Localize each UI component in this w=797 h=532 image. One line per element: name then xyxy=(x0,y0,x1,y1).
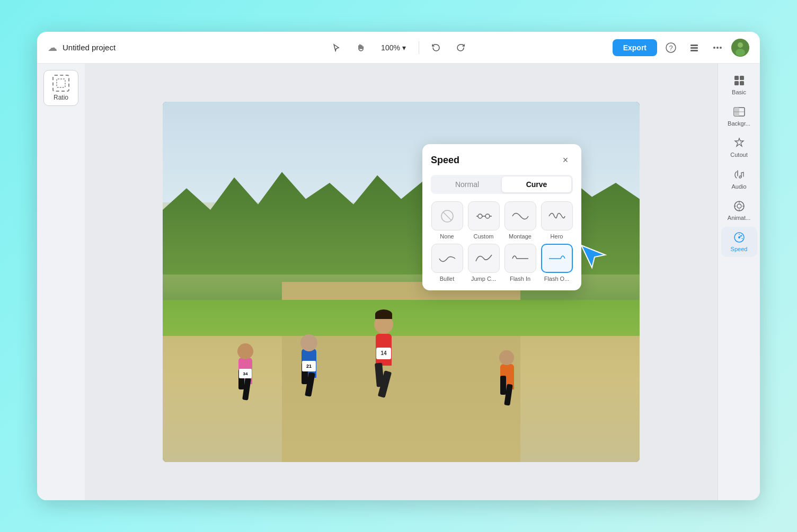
help-button[interactable]: ? xyxy=(661,38,680,57)
sidebar-item-animate[interactable]: Animat... xyxy=(721,196,757,226)
undo-button[interactable] xyxy=(427,38,446,57)
audio-icon xyxy=(733,169,746,181)
svg-rect-20 xyxy=(734,76,739,80)
avatar[interactable] xyxy=(731,39,749,57)
runner-pink: 34 xyxy=(234,329,258,408)
svg-rect-21 xyxy=(740,76,744,80)
ratio-icon xyxy=(52,75,69,92)
speed-option-flash-out[interactable]: Flash O... xyxy=(541,244,573,282)
hero-label: Hero xyxy=(551,233,563,240)
montage-icon-box xyxy=(504,201,536,230)
sidebar-item-audio[interactable]: Audio xyxy=(721,164,757,194)
right-sidebar: Basic Backgr... Cutout xyxy=(718,64,760,500)
runner-orange-leg1 xyxy=(500,376,506,395)
zoom-button[interactable]: 100% ▾ xyxy=(376,40,411,55)
audio-label: Audio xyxy=(731,183,746,190)
cursor-icon xyxy=(332,43,341,52)
video-canvas: 14 21 xyxy=(163,102,640,462)
redo-button[interactable] xyxy=(451,38,470,57)
svg-marker-19 xyxy=(581,245,605,268)
jump-cut-curve-icon xyxy=(474,251,494,267)
flash-out-curve-icon xyxy=(547,251,567,267)
svg-point-5 xyxy=(713,47,715,49)
divider xyxy=(419,41,419,54)
zoom-value: 100% xyxy=(381,43,400,52)
svg-rect-4 xyxy=(690,50,698,51)
runner2-number: 21 xyxy=(302,361,316,371)
speed-option-bullet[interactable]: Bullet xyxy=(431,244,463,282)
hand-tool-button[interactable] xyxy=(351,38,370,57)
header: ☁ Untitled project 100% ▾ xyxy=(37,32,760,64)
sidebar-item-speed[interactable]: Speed xyxy=(721,227,757,257)
speed-icon xyxy=(733,231,746,244)
basic-icon xyxy=(733,74,746,87)
runner-pink-number: 34 xyxy=(239,369,252,378)
close-icon: × xyxy=(563,155,569,166)
layers-icon xyxy=(689,42,699,53)
animate-icon xyxy=(733,200,746,212)
background-label: Backgr... xyxy=(728,120,750,127)
sidebar-item-background[interactable]: Backgr... xyxy=(721,101,757,131)
animate-label: Animat... xyxy=(728,215,750,221)
runner-orange xyxy=(497,335,520,412)
main-runner: 14 xyxy=(368,302,400,397)
race-number: 14 xyxy=(376,348,391,359)
layers-button[interactable] xyxy=(685,38,704,57)
speed-option-jump-cut[interactable]: Jump C... xyxy=(467,244,500,282)
svg-text:?: ? xyxy=(669,44,672,52)
jump-cut-icon-box xyxy=(468,244,500,273)
speed-option-montage[interactable]: Montage xyxy=(504,201,536,240)
background-icon xyxy=(733,105,746,118)
svg-rect-22 xyxy=(734,81,739,85)
avatar-image xyxy=(731,39,749,57)
redo-icon xyxy=(456,43,465,52)
tab-normal[interactable]: Normal xyxy=(432,176,502,192)
speed-label: Speed xyxy=(731,246,748,253)
help-icon: ? xyxy=(666,42,676,53)
runner-blue: 21 xyxy=(296,320,323,404)
custom-label: Custom xyxy=(474,233,494,240)
svg-point-29 xyxy=(737,204,741,208)
svg-point-10 xyxy=(736,49,745,56)
none-icon-box xyxy=(431,201,463,230)
hero-curve-icon xyxy=(547,208,567,224)
svg-point-15 xyxy=(485,214,490,218)
svg-rect-2 xyxy=(690,45,698,46)
ratio-button[interactable]: Ratio xyxy=(43,70,78,106)
close-popup-button[interactable]: × xyxy=(558,153,573,167)
runner-orange-head xyxy=(499,350,514,365)
aspect-ratio-icon xyxy=(56,78,66,88)
hero-icon-box xyxy=(541,201,573,230)
svg-rect-11 xyxy=(57,79,65,87)
ratio-label: Ratio xyxy=(54,94,68,101)
select-tool-button[interactable] xyxy=(327,38,346,57)
more-icon xyxy=(712,42,723,53)
project-title: Untitled project xyxy=(63,43,116,52)
flash-in-curve-icon xyxy=(510,251,530,267)
main-area: Ratio xyxy=(37,64,760,500)
cloud-icon: ☁ xyxy=(48,42,57,54)
runner2-head xyxy=(300,334,317,351)
svg-rect-3 xyxy=(690,47,698,49)
header-center: 100% ▾ xyxy=(327,38,470,57)
speed-options-grid: None xyxy=(431,201,573,282)
left-panel: Ratio xyxy=(37,64,85,500)
export-button[interactable]: Export xyxy=(613,39,657,56)
more-button[interactable] xyxy=(708,38,727,57)
speed-option-none[interactable]: None xyxy=(431,201,463,240)
sidebar-item-basic[interactable]: Basic xyxy=(721,70,757,100)
runner-pink-head xyxy=(237,343,253,359)
flash-in-icon-box xyxy=(504,244,536,273)
cutout-label: Cutout xyxy=(730,152,747,158)
speed-option-hero[interactable]: Hero xyxy=(541,201,573,240)
speed-tabs: Normal Curve xyxy=(431,175,573,194)
speed-option-flash-in[interactable]: Flash In xyxy=(504,244,536,282)
tab-curve[interactable]: Curve xyxy=(502,176,571,192)
zoom-chevron-icon: ▾ xyxy=(402,43,406,52)
speed-option-custom[interactable]: Custom xyxy=(467,201,500,240)
flash-out-label: Flash O... xyxy=(544,276,570,282)
hand-icon xyxy=(356,43,366,52)
popup-title: Speed xyxy=(431,155,459,166)
svg-line-13 xyxy=(443,212,451,220)
sidebar-item-cutout[interactable]: Cutout xyxy=(721,132,757,163)
